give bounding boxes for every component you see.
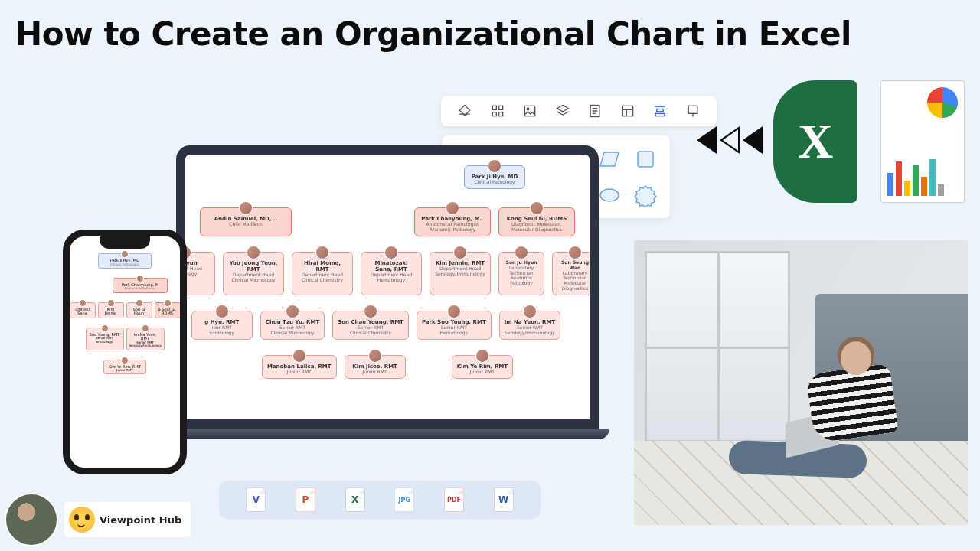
fill-icon[interactable] (456, 103, 473, 119)
export-format-bar: VPXJPGPDFW (219, 481, 541, 519)
org-node[interactable]: g Hyo, RMTnior RMTicrobiology (191, 311, 253, 340)
image-icon[interactable] (521, 103, 538, 119)
org-node[interactable]: Park Ji Hye, MDClinical Pathologist (98, 253, 152, 269)
export-jpg[interactable]: JPG (394, 487, 414, 512)
pin-icon[interactable] (684, 103, 701, 119)
spreadsheet-preview (880, 80, 965, 203)
org-node[interactable]: Minatozaki Sana, RMTDepartment HeadHemat… (361, 252, 422, 295)
org-node[interactable]: Park Soo Young, RMTSenior RMTHematology (416, 311, 492, 340)
page-title: How to Create an Organizational Chart in… (15, 15, 851, 53)
export-pdf[interactable]: PDF (444, 487, 464, 512)
org-node[interactable]: Kong Seul Gi, RDMSDiagnostic Molecular..… (498, 207, 575, 236)
svg-rect-7 (622, 106, 632, 116)
excel-icon: X (773, 80, 858, 203)
stock-photo-woman-laptop (634, 240, 968, 525)
org-node[interactable]: Soo Young, RMTSenior RMTematology (86, 328, 124, 350)
org-node-top[interactable]: Park Ji Hye, MDClinical Pathology (464, 165, 525, 189)
org-node[interactable]: g Seul Gi, RDMS (155, 302, 181, 318)
pie-chart-icon (927, 87, 958, 118)
svg-rect-14 (638, 152, 653, 167)
org-node[interactable]: Park Chaeyoung, M..Anatomical Pathologis… (414, 207, 491, 236)
org-node[interactable]: Im Na Yeon, RMTSenior RMTSerology/Immuno… (499, 311, 561, 340)
phone-mockup: Park Ji Hye, MDClinical Pathologist Park… (63, 230, 187, 474)
svg-rect-0 (492, 106, 496, 109)
svg-rect-3 (498, 112, 502, 116)
svg-rect-1 (498, 106, 502, 109)
org-node[interactable]: Kim Jennie (98, 302, 124, 318)
arrow-solid-icon (743, 126, 763, 154)
shape-seal[interactable] (634, 184, 657, 207)
export-v[interactable]: V (246, 487, 266, 512)
channel-avatar (5, 493, 58, 546)
org-node-lead[interactable]: Andin Samuel, MD, ..Chief MedTech (200, 207, 292, 236)
layers-icon[interactable] (554, 103, 571, 119)
export-w[interactable]: W (494, 487, 514, 512)
export-x[interactable]: X (345, 487, 365, 512)
shape-toolbar (441, 96, 717, 126)
org-node[interactable]: Park Chaeyoung, MAnatomical Patholo.. (113, 278, 168, 293)
org-chart-laptop: Park Ji Hye, MDClinical Pathology Andin … (185, 155, 590, 390)
org-node[interactable]: Yoo Jeong Yeon, RMTDepartment HeadClinic… (223, 252, 284, 295)
org-node[interactable]: Son Seung WanLaboratory TechnicianMolecu… (552, 252, 598, 295)
laptop-mockup: Park Ji Hye, MDClinical Pathology Andin … (176, 145, 603, 474)
org-node[interactable]: Son Ju Hyun (126, 302, 152, 318)
document-icon[interactable] (586, 103, 603, 119)
org-node[interactable]: ombeol Sana (70, 302, 96, 318)
org-node[interactable]: Son Chae Young, RMTSenior RMTClinical Ch… (332, 311, 409, 340)
org-chart-phone: Park Ji Hye, MDClinical Pathologist Park… (70, 236, 180, 379)
channel-name: Viewpoint Hub (100, 514, 181, 526)
bar-chart-icon (887, 158, 958, 196)
org-node[interactable]: Chou Tzu Yu, RMTSenior RMTClinical Micro… (260, 311, 325, 340)
org-node[interactable]: Manoban Lalisa, RMTJunior RMT (262, 355, 337, 379)
svg-rect-8 (657, 109, 663, 112)
org-node[interactable]: Kim Ye Rim, RMTJunior RMT (103, 360, 146, 375)
svg-rect-2 (492, 112, 496, 116)
svg-point-5 (528, 108, 530, 110)
svg-rect-9 (655, 113, 665, 116)
shape-square[interactable] (634, 148, 657, 171)
org-node[interactable]: Kim Jisoo, RMTJunior RMT (345, 355, 406, 379)
align-icon[interactable] (652, 103, 668, 119)
svg-rect-10 (688, 106, 697, 113)
org-node[interactable]: Kim Jennie, RMTDepartment HeadSerology/I… (430, 252, 491, 295)
arrows-left (697, 126, 763, 154)
org-node[interactable]: Im Na Yeon, RMTSenior RMTSerology/Immuno… (126, 328, 165, 350)
arrow-outline-icon (720, 126, 740, 154)
excel-graphic: X (773, 69, 965, 214)
thinking-emoji-icon (69, 507, 95, 533)
org-node[interactable]: Son Ju HyunLaboratory TechnicianAnatomic… (498, 252, 544, 295)
org-node[interactable]: Kim Ye Rim, RMTJunior RMT (452, 355, 513, 379)
grid-icon[interactable] (489, 103, 506, 119)
layout-icon[interactable] (619, 103, 636, 119)
channel-badge: Viewpoint Hub (5, 493, 191, 546)
svg-rect-4 (525, 106, 535, 116)
export-p[interactable]: P (296, 487, 315, 512)
arrow-solid-icon (697, 126, 717, 154)
org-node[interactable]: Hirai Momo, RMTDepartment HeadClinical C… (292, 252, 353, 295)
